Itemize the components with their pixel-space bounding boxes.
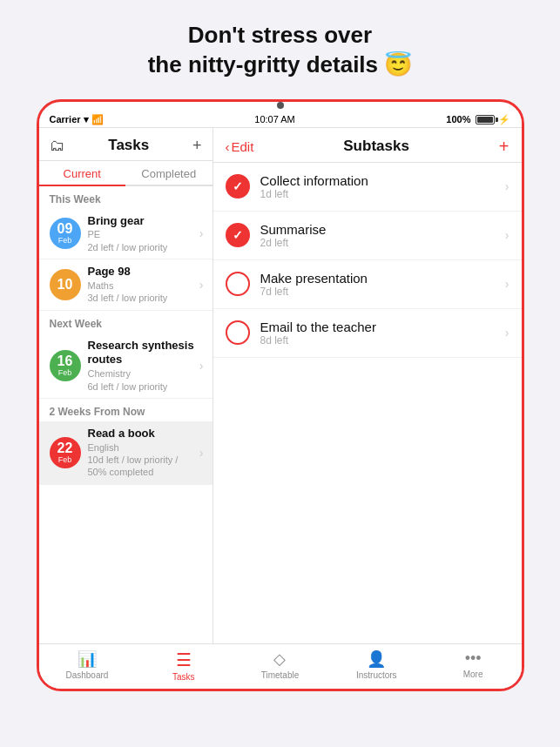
camera-dot [277, 102, 284, 109]
folder-icon[interactable]: 🗂 [50, 137, 65, 155]
plug-icon: ⚡ [498, 114, 510, 125]
task-info: Research synthesis routes Chemistry 6d l… [88, 339, 196, 393]
task-item[interactable]: 16 Feb Research synthesis routes Chemist… [39, 333, 213, 399]
subtask-checkbox[interactable]: ✓ [226, 174, 250, 199]
left-panel: 🗂 Tasks + Current Completed This Week [39, 128, 213, 643]
add-task-button[interactable]: + [192, 137, 202, 155]
subtask-checkbox[interactable] [226, 272, 250, 296]
chevron-right-icon: › [199, 446, 204, 460]
battery-icon [476, 115, 495, 124]
tab-current[interactable]: Current [39, 161, 126, 185]
task-circle: 16 Feb [50, 350, 81, 381]
split-container: 🗂 Tasks + Current Completed This Week [39, 127, 522, 643]
device-frame: Carrier ▾ 📶 10:07 AM 100% ⚡ 🗂 Tasks + [37, 99, 524, 691]
nav-tasks[interactable]: ☰ Tasks [135, 649, 232, 682]
chevron-right-icon: › [505, 228, 509, 242]
battery-area: 100% ⚡ [446, 114, 510, 125]
nav-instructors[interactable]: 👤 Instructors [328, 649, 425, 682]
task-circle: 22 Feb [50, 437, 81, 468]
checkmark-icon: ✓ [233, 179, 243, 193]
right-panel: ‹ Edit Subtasks + ✓ Collect information … [213, 128, 522, 643]
chevron-right-icon: › [505, 277, 509, 291]
chevron-right-icon: › [505, 326, 509, 340]
nav-timetable[interactable]: ◇ Timetable [232, 649, 328, 682]
add-subtask-button[interactable]: + [499, 137, 509, 157]
subtask-info: Collect information 1d left [260, 173, 502, 200]
chevron-right-icon: › [505, 179, 509, 193]
task-item[interactable]: 10 Page 98 Maths 3d left / low priority … [39, 259, 213, 310]
subtask-item[interactable]: ✓ Collect information 1d left › [213, 163, 522, 212]
chevron-left-icon: ‹ [226, 139, 230, 154]
chevron-right-icon: › [199, 359, 204, 373]
section-this-week: This Week [39, 186, 213, 209]
subtask-item[interactable]: Email to the teacher 8d left › [213, 309, 522, 358]
subtask-info: Make presentation 7d left [260, 271, 502, 298]
timetable-icon: ◇ [273, 649, 286, 669]
section-next-week: Next Week [39, 311, 213, 333]
task-info: Bring gear PE 2d left / low priority [88, 214, 196, 253]
time-label: 10:07 AM [254, 114, 294, 124]
subtask-item[interactable]: ✓ Summarise 2d left › [213, 212, 522, 260]
subtask-info: Summarise 2d left [260, 222, 502, 249]
nav-more[interactable]: ••• More [425, 649, 522, 682]
subtask-info: Email to the teacher 8d left [260, 320, 502, 347]
task-info: Read a book English 10d left / low prior… [88, 427, 196, 479]
tab-completed[interactable]: Completed [125, 161, 213, 185]
headline-line1: Don't stress over [188, 22, 372, 48]
tasks-icon: ☰ [176, 649, 192, 670]
chevron-right-icon: › [199, 226, 204, 240]
subtask-item[interactable]: Make presentation 7d left › [213, 260, 522, 309]
right-header: ‹ Edit Subtasks + [213, 128, 522, 163]
tabs-row: Current Completed [39, 161, 213, 186]
more-icon: ••• [465, 649, 482, 668]
carrier-label: Carrier ▾ 📶 [50, 114, 104, 125]
subtask-checkbox[interactable]: ✓ [226, 223, 250, 247]
dashboard-icon: 📊 [78, 649, 97, 669]
battery-label: 100% [446, 114, 470, 124]
wifi-icon: 📶 [91, 114, 104, 124]
checkmark-icon: ✓ [233, 228, 243, 242]
edit-button[interactable]: ‹ Edit [226, 139, 254, 154]
headline: Don't stress over the nitty-gritty detai… [113, 21, 448, 80]
task-info: Page 98 Maths 3d left / low priority [88, 265, 196, 304]
subtasks-title: Subtasks [343, 138, 409, 155]
task-item[interactable]: 22 Feb Read a book English 10d left / lo… [39, 421, 213, 485]
subtask-checkbox[interactable] [226, 320, 250, 345]
section-two-weeks: 2 Weeks From Now [39, 399, 213, 421]
status-bar: Carrier ▾ 📶 10:07 AM 100% ⚡ [39, 111, 522, 127]
tasks-title: Tasks [108, 137, 149, 154]
task-item[interactable]: 09 Feb Bring gear PE 2d left / low prior… [39, 209, 213, 259]
chevron-right-icon: › [199, 278, 204, 292]
headline-line2: the nitty-gritty details 😇 [148, 51, 413, 77]
instructors-icon: 👤 [367, 649, 386, 669]
nav-dashboard[interactable]: 📊 Dashboard [39, 649, 136, 682]
left-header: 🗂 Tasks + [39, 128, 213, 161]
page-wrapper: Don't stress over the nitty-gritty detai… [0, 0, 560, 747]
bottom-nav: 📊 Dashboard ☰ Tasks ◇ Timetable 👤 Instru… [39, 643, 522, 689]
task-circle: 10 [50, 269, 81, 300]
task-circle: 09 Feb [50, 218, 81, 249]
